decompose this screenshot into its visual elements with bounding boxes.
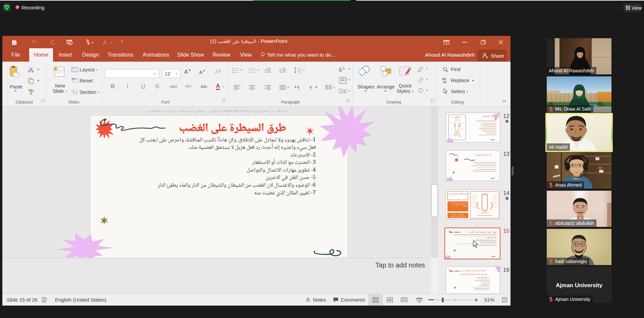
svg-text:¶: ¶ — [297, 85, 300, 90]
svg-text:مقياس: مقياس — [483, 192, 487, 194]
svg-text:3: 3 — [249, 72, 250, 73]
svg-text:A: A — [342, 66, 345, 70]
svg-text:¶: ¶ — [310, 85, 312, 90]
svg-text:اثار الغضب: اثار الغضب — [454, 116, 461, 118]
